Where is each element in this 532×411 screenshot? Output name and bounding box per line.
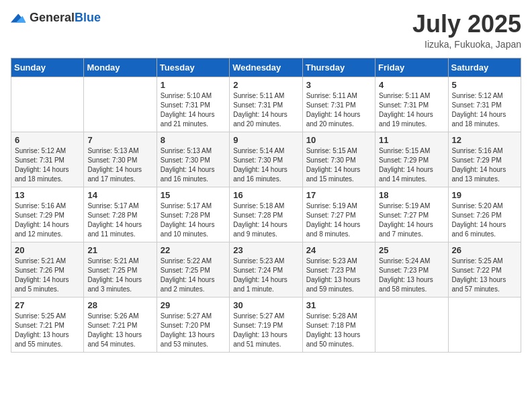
logo-text: GeneralBlue [30, 11, 101, 25]
calendar-cell: 25Sunrise: 5:24 AMSunset: 7:23 PMDayligh… [375, 242, 448, 297]
calendar-cell: 9Sunrise: 5:14 AMSunset: 7:30 PMDaylight… [230, 132, 302, 187]
column-header-saturday: Saturday [448, 58, 521, 77]
day-info: Sunrise: 5:23 AMSunset: 7:23 PMDaylight:… [306, 257, 371, 294]
day-info: Sunrise: 5:28 AMSunset: 7:18 PMDaylight:… [306, 312, 371, 349]
day-info: Sunrise: 5:24 AMSunset: 7:23 PMDaylight:… [379, 257, 444, 294]
day-info: Sunrise: 5:19 AMSunset: 7:27 PMDaylight:… [379, 201, 444, 239]
calendar-cell: 14Sunrise: 5:17 AMSunset: 7:28 PMDayligh… [84, 187, 157, 242]
calendar-week-4: 20Sunrise: 5:21 AMSunset: 7:26 PMDayligh… [11, 242, 521, 297]
calendar-week-5: 27Sunrise: 5:25 AMSunset: 7:21 PMDayligh… [11, 297, 521, 352]
calendar-week-2: 6Sunrise: 5:12 AMSunset: 7:31 PMDaylight… [11, 132, 521, 187]
day-number: 22 [161, 245, 226, 255]
day-number: 31 [306, 300, 371, 310]
title-block: July 2025 Iizuka, Fukuoka, Japan [412, 11, 521, 50]
calendar-cell [84, 77, 157, 132]
location: Iizuka, Fukuoka, Japan [412, 39, 521, 50]
day-number: 26 [452, 245, 517, 255]
day-info: Sunrise: 5:14 AMSunset: 7:30 PMDaylight:… [233, 146, 298, 184]
day-info: Sunrise: 5:25 AMSunset: 7:21 PMDaylight:… [15, 312, 80, 349]
day-number: 10 [306, 135, 371, 145]
day-info: Sunrise: 5:13 AMSunset: 7:30 PMDaylight:… [161, 146, 226, 184]
day-info: Sunrise: 5:26 AMSunset: 7:21 PMDaylight:… [87, 312, 152, 349]
day-info: Sunrise: 5:27 AMSunset: 7:19 PMDaylight:… [233, 312, 298, 349]
column-header-friday: Friday [375, 58, 448, 77]
day-number: 21 [87, 245, 152, 255]
day-number: 14 [87, 190, 152, 200]
day-number: 29 [161, 300, 226, 310]
day-info: Sunrise: 5:22 AMSunset: 7:25 PMDaylight:… [161, 257, 226, 294]
day-number: 15 [161, 190, 226, 200]
calendar-cell: 23Sunrise: 5:23 AMSunset: 7:24 PMDayligh… [230, 242, 302, 297]
calendar-cell: 10Sunrise: 5:15 AMSunset: 7:30 PMDayligh… [302, 132, 375, 187]
calendar-week-1: 1Sunrise: 5:10 AMSunset: 7:31 PMDaylight… [11, 77, 521, 132]
calendar-cell: 13Sunrise: 5:16 AMSunset: 7:29 PMDayligh… [11, 187, 84, 242]
calendar-week-3: 13Sunrise: 5:16 AMSunset: 7:29 PMDayligh… [11, 187, 521, 242]
day-number: 7 [87, 135, 152, 145]
calendar-header-row: SundayMondayTuesdayWednesdayThursdayFrid… [11, 58, 521, 77]
day-number: 11 [379, 135, 444, 145]
calendar-cell [11, 77, 84, 132]
calendar-cell: 5Sunrise: 5:12 AMSunset: 7:31 PMDaylight… [448, 77, 521, 132]
day-info: Sunrise: 5:13 AMSunset: 7:30 PMDaylight:… [87, 146, 152, 184]
day-info: Sunrise: 5:11 AMSunset: 7:31 PMDaylight:… [306, 91, 371, 129]
calendar-cell: 12Sunrise: 5:16 AMSunset: 7:29 PMDayligh… [448, 132, 521, 187]
calendar-cell: 11Sunrise: 5:15 AMSunset: 7:29 PMDayligh… [375, 132, 448, 187]
month-title: July 2025 [412, 11, 521, 38]
calendar-cell: 4Sunrise: 5:11 AMSunset: 7:31 PMDaylight… [375, 77, 448, 132]
calendar-cell: 22Sunrise: 5:22 AMSunset: 7:25 PMDayligh… [157, 242, 229, 297]
day-number: 9 [233, 135, 298, 145]
calendar-cell: 21Sunrise: 5:21 AMSunset: 7:25 PMDayligh… [84, 242, 157, 297]
calendar-cell [448, 297, 521, 352]
day-number: 2 [233, 80, 298, 90]
day-number: 30 [233, 300, 298, 310]
day-info: Sunrise: 5:16 AMSunset: 7:29 PMDaylight:… [452, 146, 517, 184]
calendar-cell: 29Sunrise: 5:27 AMSunset: 7:20 PMDayligh… [157, 297, 229, 352]
calendar-cell: 1Sunrise: 5:10 AMSunset: 7:31 PMDaylight… [157, 77, 229, 132]
day-number: 28 [87, 300, 152, 310]
day-info: Sunrise: 5:21 AMSunset: 7:25 PMDaylight:… [87, 257, 152, 294]
day-number: 17 [306, 190, 371, 200]
day-number: 25 [379, 245, 444, 255]
column-header-thursday: Thursday [302, 58, 375, 77]
calendar-cell: 8Sunrise: 5:13 AMSunset: 7:30 PMDaylight… [157, 132, 229, 187]
day-info: Sunrise: 5:20 AMSunset: 7:26 PMDaylight:… [452, 201, 517, 239]
day-info: Sunrise: 5:25 AMSunset: 7:22 PMDaylight:… [452, 257, 517, 294]
column-header-sunday: Sunday [11, 58, 84, 77]
day-number: 20 [15, 245, 80, 255]
calendar-cell: 27Sunrise: 5:25 AMSunset: 7:21 PMDayligh… [11, 297, 84, 352]
day-info: Sunrise: 5:23 AMSunset: 7:24 PMDaylight:… [233, 257, 298, 294]
calendar-table: SundayMondayTuesdayWednesdayThursdayFrid… [11, 58, 521, 353]
calendar-cell: 15Sunrise: 5:17 AMSunset: 7:28 PMDayligh… [157, 187, 229, 242]
logo-general: General [30, 11, 75, 24]
logo-blue: Blue [75, 11, 101, 24]
calendar-cell: 6Sunrise: 5:12 AMSunset: 7:31 PMDaylight… [11, 132, 84, 187]
column-header-tuesday: Tuesday [157, 58, 229, 77]
calendar-cell: 26Sunrise: 5:25 AMSunset: 7:22 PMDayligh… [448, 242, 521, 297]
calendar-cell: 30Sunrise: 5:27 AMSunset: 7:19 PMDayligh… [230, 297, 302, 352]
day-info: Sunrise: 5:11 AMSunset: 7:31 PMDaylight:… [379, 91, 444, 129]
day-number: 3 [306, 80, 371, 90]
day-number: 1 [161, 80, 226, 90]
day-number: 24 [306, 245, 371, 255]
day-info: Sunrise: 5:15 AMSunset: 7:29 PMDaylight:… [379, 146, 444, 184]
day-number: 12 [452, 135, 517, 145]
day-info: Sunrise: 5:19 AMSunset: 7:27 PMDaylight:… [306, 201, 371, 239]
day-number: 16 [233, 190, 298, 200]
day-number: 27 [15, 300, 80, 310]
logo: GeneralBlue [11, 11, 101, 25]
logo-icon [11, 11, 27, 25]
calendar-cell: 31Sunrise: 5:28 AMSunset: 7:18 PMDayligh… [302, 297, 375, 352]
day-info: Sunrise: 5:12 AMSunset: 7:31 PMDaylight:… [452, 91, 517, 129]
calendar-cell: 18Sunrise: 5:19 AMSunset: 7:27 PMDayligh… [375, 187, 448, 242]
page-header: GeneralBlue July 2025 Iizuka, Fukuoka, J… [11, 11, 521, 50]
day-number: 4 [379, 80, 444, 90]
calendar-cell: 19Sunrise: 5:20 AMSunset: 7:26 PMDayligh… [448, 187, 521, 242]
calendar-cell: 17Sunrise: 5:19 AMSunset: 7:27 PMDayligh… [302, 187, 375, 242]
calendar-cell: 16Sunrise: 5:18 AMSunset: 7:28 PMDayligh… [230, 187, 302, 242]
calendar-cell: 2Sunrise: 5:11 AMSunset: 7:31 PMDaylight… [230, 77, 302, 132]
day-number: 18 [379, 190, 444, 200]
day-info: Sunrise: 5:11 AMSunset: 7:31 PMDaylight:… [233, 91, 298, 129]
day-number: 19 [452, 190, 517, 200]
calendar-cell: 28Sunrise: 5:26 AMSunset: 7:21 PMDayligh… [84, 297, 157, 352]
calendar-cell [375, 297, 448, 352]
